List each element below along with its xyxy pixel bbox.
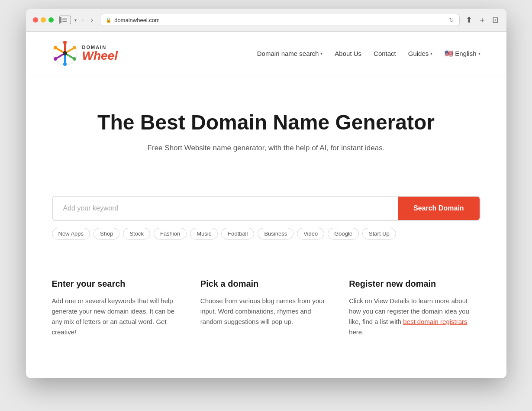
- info-section: Enter your search Add one or several key…: [26, 257, 506, 363]
- nav-about-us[interactable]: About Us: [335, 50, 361, 57]
- tag-fashion[interactable]: Fashion: [154, 228, 187, 239]
- forward-button[interactable]: ›: [89, 15, 95, 25]
- domain-search-chevron-icon: ▾: [320, 51, 322, 56]
- svg-point-13: [73, 57, 76, 61]
- url-text: domainwheel.com: [114, 17, 160, 23]
- svg-rect-2: [62, 19, 67, 20]
- logo-wheel-text: Wheel: [82, 50, 118, 62]
- search-section: Search Domain New Apps Shop Stock Fashio…: [26, 196, 506, 257]
- info-card-1-title: Enter your search: [52, 279, 183, 289]
- site-nav: Domain name search ▾ About Us Contact Gu…: [257, 49, 480, 58]
- traffic-lights: [33, 17, 54, 23]
- info-card-1-body: Add one or several keywords that will he…: [52, 296, 183, 337]
- nav-domain-search[interactable]: Domain name search ▾: [257, 50, 323, 57]
- svg-point-15: [54, 57, 57, 61]
- svg-rect-1: [62, 18, 67, 19]
- logo-text: DOMAIN Wheel: [82, 45, 118, 62]
- svg-point-17: [63, 51, 67, 55]
- search-input[interactable]: [53, 197, 398, 220]
- tag-google[interactable]: Google: [328, 228, 359, 239]
- browser-actions: ⬆ ＋ ⊡: [465, 14, 500, 26]
- tag-football[interactable]: Football: [221, 228, 254, 239]
- logo-area[interactable]: DOMAIN Wheel: [52, 40, 118, 66]
- browser-chrome: ▾ ‹ › 🔒 domainwheel.com ↻ ⬆ ＋ ⊡: [26, 9, 506, 32]
- guides-chevron-icon: ▾: [430, 51, 432, 56]
- site-content: DOMAIN Wheel Domain name search ▾ About …: [26, 32, 506, 378]
- search-domain-button[interactable]: Search Domain: [398, 197, 479, 220]
- browser-controls: ▾ ‹ ›: [59, 15, 95, 25]
- nav-guides[interactable]: Guides ▾: [408, 50, 433, 57]
- svg-rect-0: [59, 17, 61, 23]
- keyword-tags: New Apps Shop Stock Fashion Music Footba…: [52, 228, 480, 239]
- info-card-enter-search: Enter your search Add one or several key…: [52, 279, 183, 337]
- info-card-register-domain: Register new domain Click on View Detail…: [349, 279, 480, 337]
- svg-point-16: [54, 46, 57, 49]
- tag-start-up[interactable]: Start Up: [362, 228, 396, 239]
- info-card-3-body: Click on View Details to learn more abou…: [349, 296, 480, 337]
- svg-rect-3: [62, 21, 67, 22]
- maximize-button[interactable]: [48, 17, 54, 23]
- language-chevron-icon: ▾: [478, 51, 480, 56]
- tag-business[interactable]: Business: [258, 228, 293, 239]
- hero-subtitle: Free Short Website name generator, with …: [52, 144, 480, 152]
- site-header: DOMAIN Wheel Domain name search ▾ About …: [26, 32, 506, 75]
- svg-point-12: [73, 46, 76, 49]
- info-card-3-title: Register new domain: [349, 279, 480, 289]
- hero-section: The Best Domain Name Generator Free Shor…: [26, 75, 506, 196]
- address-bar[interactable]: 🔒 domainwheel.com ↻: [100, 14, 459, 26]
- split-view-button[interactable]: ⊡: [491, 14, 500, 26]
- flag-icon: 🇺🇸: [445, 49, 453, 58]
- reload-icon[interactable]: ↻: [449, 16, 454, 23]
- info-card-2-body: Choose from various blog names from your…: [200, 296, 332, 327]
- minimize-button[interactable]: [41, 17, 46, 23]
- tag-shop[interactable]: Shop: [94, 228, 119, 239]
- tag-stock[interactable]: Stock: [123, 228, 150, 239]
- search-bar-wrapper: Search Domain: [52, 196, 480, 221]
- tag-music[interactable]: Music: [190, 228, 218, 239]
- new-tab-button[interactable]: ＋: [477, 14, 487, 26]
- best-registrars-link[interactable]: best domain registrars: [403, 318, 467, 325]
- info-card-pick-domain: Pick a domain Choose from various blog n…: [200, 279, 332, 337]
- nav-language[interactable]: 🇺🇸 English ▾: [445, 49, 480, 58]
- svg-point-11: [63, 41, 67, 44]
- sidebar-chevron-icon: ▾: [74, 18, 77, 23]
- info-card-2-title: Pick a domain: [200, 279, 332, 289]
- tag-video[interactable]: Video: [297, 228, 324, 239]
- tag-new-apps[interactable]: New Apps: [52, 228, 90, 239]
- browser-window: ▾ ‹ › 🔒 domainwheel.com ↻ ⬆ ＋ ⊡: [26, 9, 506, 378]
- svg-point-14: [63, 62, 67, 66]
- nav-contact[interactable]: Contact: [374, 50, 396, 57]
- lock-icon: 🔒: [106, 17, 112, 23]
- close-button[interactable]: [33, 17, 38, 23]
- hero-title: The Best Domain Name Generator: [52, 110, 480, 135]
- sidebar-toggle-button[interactable]: [59, 16, 71, 24]
- share-button[interactable]: ⬆: [465, 14, 473, 26]
- back-button[interactable]: ‹: [80, 15, 86, 25]
- logo-icon: [52, 40, 78, 66]
